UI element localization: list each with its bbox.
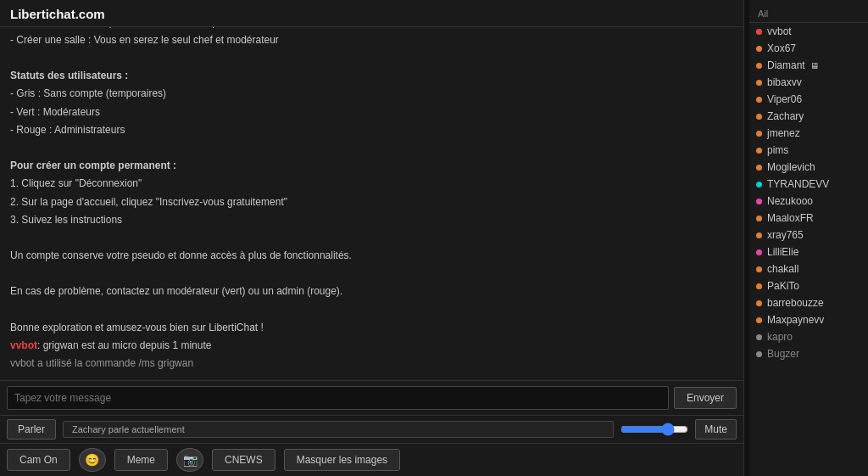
msg-account3: 3. Suivez les instructions [10,212,733,228]
user-name: Xox67 [767,42,796,54]
sidebar-title: Ail [758,8,768,19]
user-item[interactable]: Zachary [749,108,868,125]
msg-status2: - Vert : Modérateurs [10,104,733,120]
user-dot [756,199,762,204]
status-bar: Parler Zachary parle actuellement Mute [0,415,743,443]
user-name: xray765 [767,229,804,241]
user-dot [756,97,762,103]
send-button[interactable]: Envoyer [674,387,737,409]
sidebar: Ail vvbotXox67Diamant🖥bibaxvvViper06Zach… [749,0,868,476]
user-name: barrebouzze [767,297,824,309]
user-item[interactable]: kapro [749,328,868,345]
user-item[interactable]: bibaxvv [749,74,868,91]
user-item[interactable]: TYRANDEVV [749,176,868,193]
user-item[interactable]: jmenez [749,125,868,142]
user-name: jmenez [767,127,800,139]
user-name: Zachary [767,110,804,122]
user-dot [756,317,762,323]
cam-on-button[interactable]: Cam On [7,449,70,471]
user-name: TYRANDEVV [767,178,829,190]
parler-button[interactable]: Parler [7,419,56,440]
user-list: vvbotXox67Diamant🖥bibaxvvViper06Zacharyj… [749,23,868,362]
user-name: LilliElie [767,246,798,258]
user-dot [756,249,762,255]
chat-title: Libertichat.com [10,7,733,21]
user-name: vvbot [767,25,792,37]
user-item[interactable]: Maxpaynevv [749,311,868,328]
user-name: kapro [767,331,793,343]
user-item[interactable]: LilliElie [749,244,868,260]
user-name: chakall [767,263,798,275]
chat-header: Libertichat.com [0,0,743,27]
msg-cmd: vvbot a utilisé la commande /ms grigwan [10,356,733,372]
user-item[interactable]: Diamant🖥 [749,57,868,74]
user-dot [756,114,762,120]
msg-status1: - Gris : Sans compte (temporaires) [10,86,733,102]
user-name: PaKiTo [767,280,799,292]
msg-info3: Bonne exploration et amusez-vous bien su… [10,320,733,336]
chat-messages: Vous avez rejoint la salle Accueil stlir… [0,27,743,380]
msg-blank6 [10,230,733,246]
user-dot [756,232,762,238]
meme-button[interactable]: Meme [114,449,168,471]
msg-status3: - Rouge : Administrateurs [10,122,733,138]
msg-blank7 [10,266,733,282]
user-dot [756,131,762,137]
user-dot [756,300,762,306]
user-dot [756,165,762,171]
user-icon: 🖥 [810,61,819,70]
user-name: bibaxvv [767,76,802,88]
user-item[interactable]: Bugzer [749,345,868,362]
msg-blank5 [10,140,733,156]
user-item[interactable]: Nezukooo [749,193,868,210]
hide-images-button[interactable]: Masquer les images [284,449,400,471]
user-item[interactable]: Mogilevich [749,159,868,176]
user-item[interactable]: vvbot [749,23,868,40]
user-dot [756,63,762,69]
msg-account1: 1. Cliquez sur "Déconnexion" [10,176,733,192]
user-item[interactable]: xray765 [749,227,868,244]
user-name: MaaloxFR [767,212,814,224]
user-item[interactable]: Xox67 [749,40,868,57]
msg-guide6: - Créer une salle : Vous en serez le seu… [10,32,733,48]
user-item[interactable]: Viper06 [749,91,868,108]
speaking-status: Zachary parle actuellement [63,421,614,438]
bottom-toolbar: Cam On 😊 Meme 📷 CNEWS Masquer les images [0,443,743,476]
user-name: Viper06 [767,93,802,105]
msg-blank8 [10,302,733,318]
mute-button[interactable]: Mute [695,419,737,440]
user-name: Nezukooo [767,195,813,207]
user-name: Maxpaynevv [767,314,824,326]
user-name: pims [767,144,788,156]
cnews-button[interactable]: CNEWS [212,449,275,471]
user-dot [756,283,762,289]
user-item[interactable]: chakall [749,260,868,277]
user-dot [756,182,762,188]
msg-account2: 2. Sur la page d'accueil, cliquez "Inscr… [10,194,733,210]
message-input[interactable] [7,386,669,410]
user-dot [756,46,762,52]
user-dot [756,148,762,154]
msg-info2: En cas de problème, contactez un modérat… [10,283,733,300]
sidebar-header: Ail [749,3,868,23]
user-dot [756,80,762,86]
volume-slider[interactable] [620,423,688,436]
user-item[interactable]: MaaloxFR [749,210,868,227]
msg-guide5: - Parler au micro : Cliquez sur "Demande… [10,27,733,31]
user-name: Diamant [767,59,805,71]
msg-blank4 [10,50,733,66]
msg-mic: vvbot: grigwan est au micro depuis 1 min… [10,338,733,354]
msg-info1: Un compte conserve votre pseudo et donne… [10,248,733,264]
user-dot [756,266,762,272]
user-dot [756,29,762,35]
user-item[interactable]: pims [749,142,868,159]
user-dot [756,216,762,221]
input-bar: Envoyer [0,380,743,415]
emoji-button[interactable]: 😊 [79,448,106,472]
msg-account-title: Pour créer un compte permanent : [10,158,733,174]
cam-icon-button[interactable]: 📷 [176,448,203,472]
user-item[interactable]: barrebouzze [749,294,868,311]
user-dot [756,334,762,340]
msg-status-title: Statuts des utilisateurs : [10,68,733,84]
user-item[interactable]: PaKiTo [749,277,868,294]
